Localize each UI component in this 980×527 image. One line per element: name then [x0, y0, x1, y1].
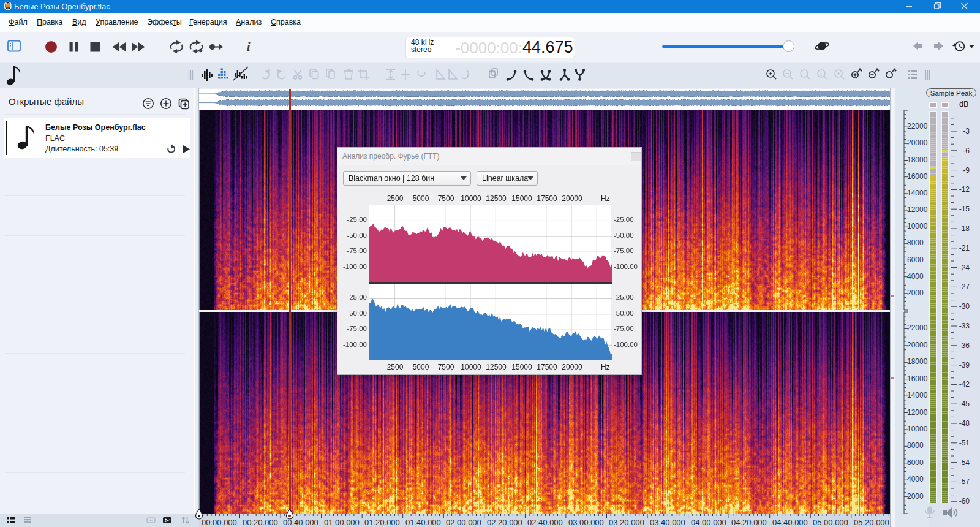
- svg-text:1: 1: [820, 72, 823, 77]
- svg-text:i: i: [247, 40, 251, 53]
